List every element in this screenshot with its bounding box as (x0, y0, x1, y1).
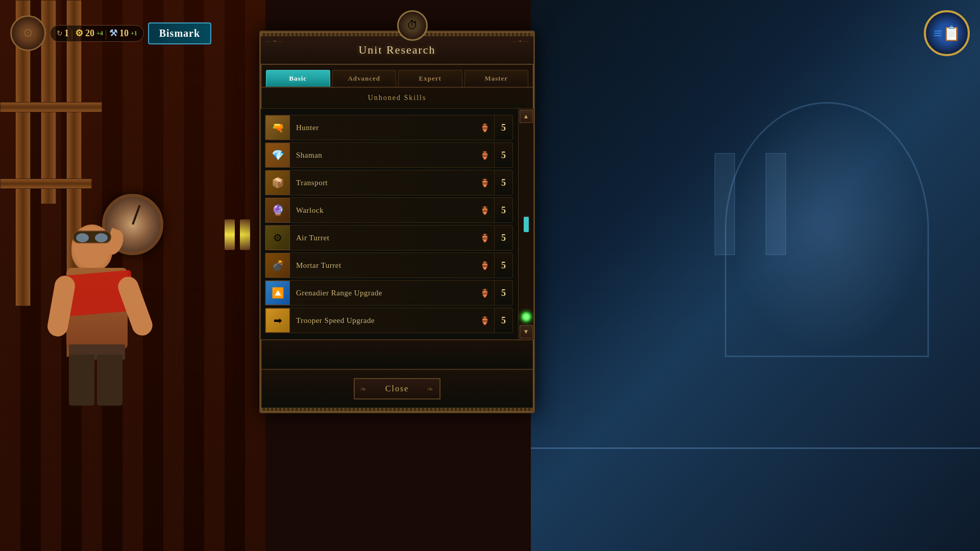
res-divider: | (71, 28, 73, 39)
dialog-ornament-top (261, 32, 533, 36)
resource1-delta: +4 (96, 30, 103, 37)
skill-count-warlock: 5 (494, 198, 512, 222)
scrollbar: ▲ ▼ (518, 109, 533, 339)
scene-arch (725, 102, 929, 357)
character (36, 194, 168, 541)
skill-row-trooper[interactable]: ➡ Trooper Speed Upgrade 🏺 5 (265, 308, 513, 333)
resource2: ⚒ 10 +1 (109, 28, 137, 39)
grenadier-icon-glyph: 🔼 (272, 287, 284, 299)
skill-name-trooper: Trooper Speed Upgrade (290, 316, 480, 325)
dialog-title: Unit Research (358, 43, 435, 56)
skill-count-mortar-turret: 5 (494, 253, 512, 278)
transport-icon-glyph: 📦 (272, 177, 284, 189)
light-fixture (240, 219, 250, 250)
hud-portrait: ⚙ (10, 15, 46, 51)
skill-count-grenadier: 5 (494, 281, 512, 305)
skill-row-mortar-turret[interactable]: 💣 Mortar Turret 🏺 5 (265, 253, 513, 278)
light-fixture (225, 219, 235, 250)
skill-row-warlock[interactable]: 🔮 Warlock 🏺 5 (265, 197, 513, 223)
scroll-up-btn[interactable]: ▲ (520, 110, 533, 123)
grenadier-cost-icon: 🏺 (480, 288, 490, 298)
hud-resources: ↻ 1 | ⚙ 20 +4 | ⚒ 10 +1 (50, 25, 144, 42)
skill-name-mortar-turret: Mortar Turret (290, 261, 480, 270)
skill-name-transport: Transport (290, 179, 480, 187)
resource1-value: 20 (85, 28, 94, 39)
portrait-icon: ⚙ (22, 26, 34, 40)
emblem-icon: ⏱ (407, 19, 418, 32)
skill-icon-grenadier: 🔼 (265, 281, 290, 305)
skill-row-shaman[interactable]: 💎 Shaman 🏺 5 (265, 142, 513, 168)
turn-value: 1 (64, 28, 69, 39)
scroll-down-btn[interactable]: ▼ (520, 325, 533, 338)
char-leg-r (97, 355, 122, 406)
warlock-icon-glyph: 🔮 (272, 204, 284, 216)
scroll-thumb (524, 217, 529, 232)
skill-icon-trooper: ➡ (265, 308, 290, 333)
tab-expert[interactable]: Expert (398, 70, 462, 87)
dialog-header: Unit Research (261, 36, 533, 65)
transport-cost-icon: 🏺 (480, 178, 490, 188)
skill-name-grenadier: Grenadier Range Upgrade (290, 289, 480, 297)
pipe (0, 102, 102, 112)
player-name: Bismark (148, 22, 211, 44)
skill-icon-transport: 📦 (265, 170, 290, 195)
section-title: Unhoned Skills (368, 94, 427, 102)
resource2-delta: +1 (131, 30, 137, 37)
tab-master[interactable]: Master (464, 70, 529, 87)
resource1: ⚙ 20 +4 (75, 28, 103, 39)
skill-row-transport[interactable]: 📦 Transport 🏺 5 (265, 170, 513, 195)
skill-count-trooper: 5 (494, 308, 512, 333)
scene-bridge (531, 447, 980, 449)
char-leg-l (69, 355, 94, 406)
bg-scene-left (0, 0, 265, 551)
section-header: Unhoned Skills (261, 88, 533, 109)
scroll-track-area (523, 124, 529, 310)
turn-counter: ↻ 1 (57, 28, 69, 39)
skill-name-shaman: Shaman (290, 151, 480, 160)
skills-list: 🔫 Hunter 🏺 5 💎 Shaman 🏺 5 📦 Transport (261, 109, 533, 339)
skill-row-grenadier[interactable]: 🔼 Grenadier Range Upgrade 🏺 5 (265, 280, 513, 306)
dialog-ornament-bottom (261, 408, 533, 412)
unit-research-dialog: Unit Research Basic Advanced Expert Mast… (259, 31, 535, 413)
skill-icon-air-turret: ⚙ (265, 226, 290, 250)
tab-basic[interactable]: Basic (266, 70, 330, 87)
warlock-cost-icon: 🏺 (480, 206, 490, 215)
pipe (0, 179, 92, 189)
tab-advanced[interactable]: Advanced (332, 70, 397, 87)
mortarturret-icon-glyph: 💣 (272, 259, 284, 271)
skill-name-air-turret: Air Turret (290, 234, 480, 242)
tabs-container: Basic Advanced Expert Master (261, 65, 533, 88)
close-label: Close (385, 384, 409, 393)
skill-count-shaman: 5 (494, 143, 512, 167)
trooper-cost-icon: 🏺 (480, 316, 490, 325)
skills-container: 🔫 Hunter 🏺 5 💎 Shaman 🏺 5 📦 Transport (261, 109, 533, 339)
shaman-icon-glyph: 💎 (272, 149, 284, 161)
hunter-icon-glyph: 🔫 (272, 121, 284, 134)
skill-icon-warlock: 🔮 (265, 198, 290, 222)
skill-count-transport: 5 (494, 170, 512, 195)
shaman-cost-icon: 🏺 (480, 151, 490, 160)
mortar-turret-cost-icon: 🏺 (480, 261, 490, 270)
skill-icon-hunter: 🔫 (265, 115, 290, 140)
skill-row-hunter[interactable]: 🔫 Hunter 🏺 5 (265, 115, 513, 140)
scroll-up-icon: ▲ (523, 113, 529, 120)
close-button[interactable]: Close (354, 378, 440, 399)
menu-button[interactable]: 📋 (924, 10, 970, 56)
resource2-value: 10 (119, 28, 129, 39)
scroll-indicator (521, 312, 531, 322)
menu-icon: 📋 (943, 25, 961, 42)
close-btn-area: Close (261, 370, 533, 408)
scroll-down-icon: ▼ (523, 328, 529, 336)
air-turret-cost-icon: 🏺 (480, 233, 490, 243)
bg-right (531, 0, 980, 551)
res-divider2: | (105, 28, 107, 39)
char-goggles (72, 231, 111, 243)
skill-row-air-turret[interactable]: ⚙ Air Turret 🏺 5 (265, 225, 513, 251)
skill-name-warlock: Warlock (290, 206, 480, 215)
trooper-icon-glyph: ➡ (274, 314, 282, 327)
airturret-icon-glyph: ⚙ (273, 232, 282, 244)
top-emblem: ⏱ (397, 10, 428, 41)
skill-icon-mortar-turret: 💣 (265, 253, 290, 278)
skill-icon-shaman: 💎 (265, 143, 290, 167)
skill-name-hunter: Hunter (290, 123, 480, 132)
